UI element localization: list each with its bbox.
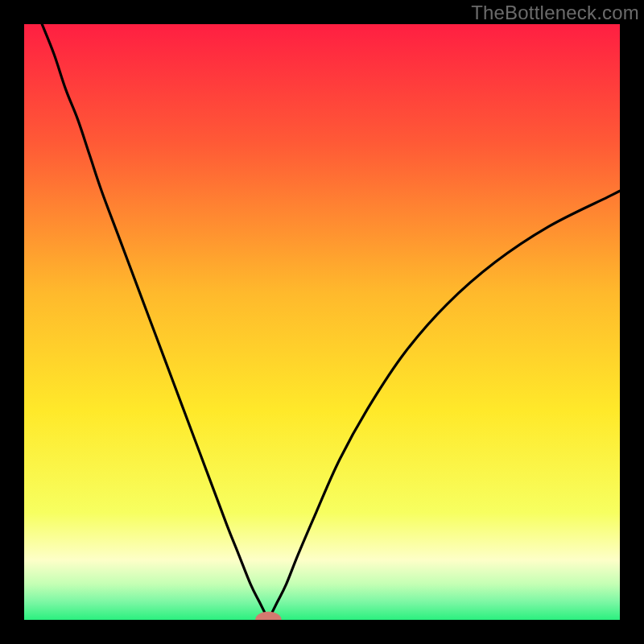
- gradient-background: [24, 24, 620, 620]
- watermark-text: TheBottleneck.com: [471, 2, 639, 24]
- chart-frame: TheBottleneck.com: [0, 0, 644, 644]
- bottleneck-plot: [24, 24, 620, 620]
